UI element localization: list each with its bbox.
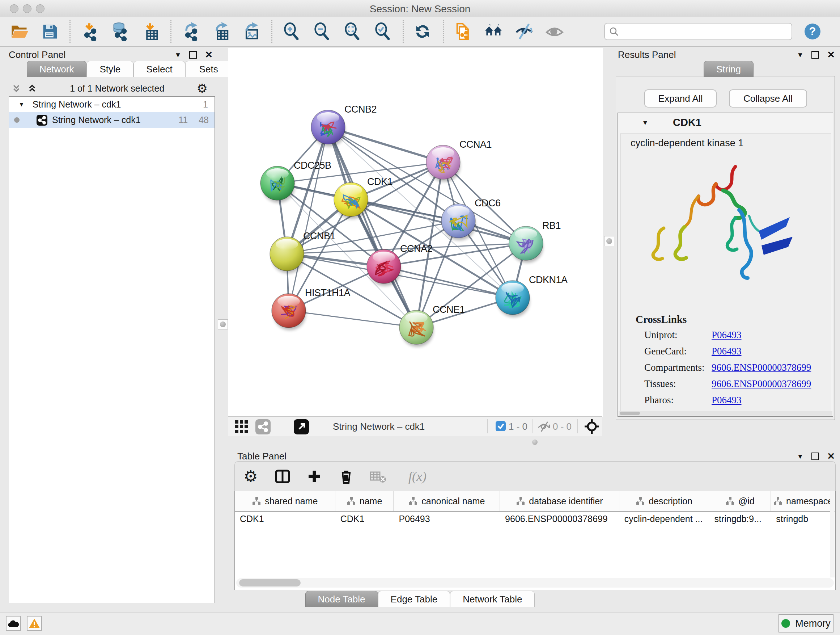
network-canvas[interactable]: CCNB2CCNA1CDC25BCDK1CDC6RB1CCNB1CCNA2CDK… — [228, 48, 603, 417]
table-settings-icon[interactable]: ⚙ — [242, 468, 259, 485]
close-panel-icon[interactable]: ✕ — [827, 453, 835, 459]
birds-eye-view-icon[interactable] — [584, 418, 600, 434]
network-node-ccnb2[interactable]: CCNB2 — [311, 104, 377, 147]
crosslinks-list: Uniprot:P06493GeneCard:P06493Compartment… — [644, 329, 827, 411]
export-network-button[interactable] — [181, 21, 201, 42]
crosslink-value-link[interactable]: 9606.ENSP00000378699 — [712, 378, 811, 390]
save-session-button[interactable] — [40, 21, 60, 42]
columns-icon[interactable] — [274, 468, 291, 485]
network-row[interactable]: String Network – cdk1 11 48 — [9, 112, 215, 128]
zoom-selected-button[interactable] — [373, 21, 393, 42]
tab-sets[interactable]: Sets — [185, 61, 232, 77]
expand-all-icon[interactable] — [27, 83, 38, 94]
node-label: CDC25B — [294, 160, 332, 171]
column-header-description[interactable]: description — [619, 491, 709, 511]
column-header-@id[interactable]: @id — [709, 491, 771, 511]
cloud-icon[interactable] — [6, 616, 21, 631]
collapse-all-icon[interactable] — [11, 83, 22, 94]
network-node-cdkn1a[interactable]: CDKN1A — [496, 274, 568, 317]
float-panel-icon[interactable] — [812, 453, 819, 460]
genemania-houses-button[interactable] — [484, 21, 504, 42]
node-label: CDK1 — [367, 176, 393, 187]
zoom-fit-button[interactable] — [343, 21, 363, 42]
panel-menu-icon[interactable]: ▼ — [797, 453, 804, 461]
column-header-namespace[interactable]: namespace — [771, 491, 835, 511]
share-document-button[interactable] — [453, 21, 474, 42]
grid-view-icon[interactable] — [234, 420, 249, 433]
delete-table-icon[interactable] — [369, 468, 387, 485]
cell: P06493 — [393, 511, 500, 527]
export-table-button[interactable] — [211, 21, 232, 42]
crosslink-value-link[interactable]: P06493 — [712, 329, 742, 340]
export-image-button[interactable] — [242, 21, 262, 42]
memory-button[interactable]: Memory — [778, 614, 834, 632]
float-panel-icon[interactable] — [812, 51, 819, 59]
node-label: CCNB1 — [303, 231, 335, 241]
network-collection-row[interactable]: ▼ String Network – cdk1 1 — [9, 97, 215, 112]
table-panel-title: Table Panel — [237, 451, 286, 462]
splitter-handle-right[interactable] — [604, 236, 614, 246]
node-label: CDC6 — [475, 198, 501, 209]
network-edge[interactable] — [328, 127, 443, 162]
zoom-out-button[interactable] — [312, 21, 332, 42]
delete-column-icon[interactable] — [338, 468, 355, 485]
column-header-name[interactable]: name — [335, 491, 394, 511]
function-builder-icon[interactable]: f(x) — [401, 468, 434, 485]
network-node-rb1[interactable]: RB1 — [509, 220, 561, 263]
table-vscrollbar[interactable] — [830, 491, 835, 578]
zoom-in-button[interactable] — [282, 21, 302, 42]
refresh-layout-button[interactable] — [413, 21, 433, 42]
hidden-eye-icon[interactable] — [537, 420, 551, 432]
tab-node-table[interactable]: Node Table — [305, 591, 378, 607]
column-header-shared-name[interactable]: shared name — [235, 491, 335, 511]
table-row[interactable]: CDK1CDK1P064939606.ENSP00000378699cyclin… — [235, 511, 835, 527]
crosslink-value-link[interactable]: 9606.ENSP00000378699 — [712, 362, 811, 373]
import-table-button[interactable] — [141, 21, 161, 42]
tab-style[interactable]: Style — [87, 61, 134, 77]
close-panel-icon[interactable]: ✕ — [205, 52, 213, 58]
open-in-new-icon[interactable] — [294, 419, 309, 434]
crosslink-value-link[interactable]: P06493 — [712, 394, 742, 406]
share-icon[interactable] — [256, 419, 271, 434]
crosslink-value-link[interactable]: P06493 — [712, 346, 742, 357]
expand-all-button[interactable]: Expand All — [644, 89, 717, 108]
preview-eye-button[interactable] — [545, 21, 565, 42]
network-view-statusbar: String Network – cdk1 1 - 0 0 - 0 — [228, 416, 602, 436]
tab-edge-table[interactable]: Edge Table — [378, 591, 450, 607]
crosslink-label: Tissues: — [644, 378, 676, 389]
tab-string[interactable]: String — [704, 61, 753, 77]
node-label: CCNA2 — [400, 243, 432, 254]
expander-icon[interactable]: ▼ — [19, 101, 25, 108]
float-panel-icon[interactable] — [189, 51, 197, 59]
results-hscrollbar[interactable] — [619, 411, 832, 416]
close-panel-icon[interactable]: ✕ — [827, 52, 835, 58]
hidden-node-edge-counts: 0 - 0 — [553, 421, 572, 432]
panel-menu-icon[interactable]: ▼ — [174, 51, 181, 59]
open-folder-button[interactable] — [9, 21, 30, 42]
add-column-icon[interactable] — [306, 468, 323, 485]
column-header-database-identifier[interactable]: database identifier — [500, 491, 619, 511]
selected-checkbox-icon[interactable] — [496, 421, 506, 431]
node-result-card: ▼ CDK1 cyclin-dependent kinase 1 — [617, 112, 833, 417]
collapse-entry-icon[interactable]: ▼ — [642, 119, 649, 127]
table-toolbar: ⚙ f(x) — [234, 461, 836, 491]
help-button[interactable]: ? — [805, 24, 821, 40]
table-hscrollbar[interactable] — [236, 578, 834, 587]
collapse-all-button[interactable]: Collapse All — [729, 89, 807, 108]
node-label: CCNE1 — [433, 304, 465, 315]
tab-network[interactable]: Network — [27, 61, 87, 77]
tab-network-table[interactable]: Network Table — [450, 591, 535, 607]
network-node-ccna1[interactable]: CCNA1 — [426, 139, 492, 182]
column-header-canonical-name[interactable]: canonical name — [393, 491, 500, 511]
network-node-hist1h1a[interactable]: HIST1H1A — [272, 287, 351, 330]
search-input[interactable] — [604, 23, 792, 40]
warning-icon[interactable] — [27, 616, 42, 631]
toggle-visibility-button[interactable] — [514, 21, 534, 42]
import-database-button[interactable] — [111, 21, 131, 42]
gear-icon[interactable]: ⚙ — [197, 81, 208, 96]
network-edge[interactable] — [289, 310, 416, 327]
splitter-handle[interactable] — [218, 319, 228, 329]
import-network-button[interactable] — [80, 21, 100, 42]
tab-select[interactable]: Select — [134, 61, 185, 77]
panel-menu-icon[interactable]: ▼ — [797, 51, 804, 59]
